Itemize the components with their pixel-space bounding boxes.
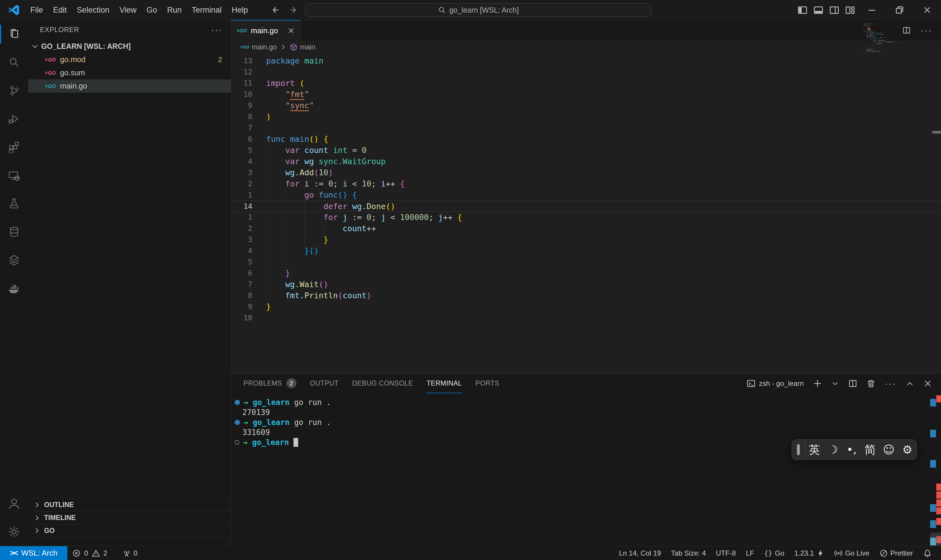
overview-error-mark [936,518,941,525]
tab-main-go[interactable]: GO main.go [231,20,301,41]
code-text: for j := 0; j < 100000; j++ { [252,212,462,223]
activity-accounts[interactable] [0,489,28,518]
panel-tab-debug-console[interactable]: DEBUG CONSOLE [352,374,413,393]
terminal-profile-dropdown-icon[interactable] [831,380,839,387]
code-text: } [252,301,271,312]
toggle-secondary-sidebar-icon[interactable] [826,0,842,20]
section-go[interactable]: GO [28,524,231,537]
code-text [252,257,266,268]
restore-button[interactable] [886,0,913,20]
terminal-line: 331609 [235,427,941,437]
menu-selection[interactable]: Selection [72,2,114,18]
ime-halfwidth-moon[interactable]: ☽ [824,443,842,456]
panel-tab-ports[interactable]: PORTS [475,374,499,393]
status-language-mode[interactable]: {}Go [759,546,789,560]
status-prettier[interactable]: Prettier [875,546,918,560]
ports-status[interactable]: 0 [118,546,142,560]
activity-remote-explorer[interactable] [0,161,28,189]
ime-simplified-chinese[interactable]: 简 [861,442,879,457]
activity-explorer[interactable] [0,20,28,48]
activity-bar [0,20,28,546]
command-success-decoration [235,400,240,405]
section-outline[interactable]: OUTLINE [28,498,231,511]
menu-help[interactable]: Help [227,2,253,18]
status-label: Ln 14, Col 19 [619,549,661,557]
toggle-panel-icon[interactable] [810,0,826,20]
status-go-version[interactable]: 1.23.1 [789,546,829,560]
status-go-live[interactable]: Go Live [829,546,875,560]
breadcrumb-item-main.go[interactable]: GOmain.go [240,43,277,51]
maximize-panel-icon[interactable] [906,379,914,388]
ime-settings[interactable]: ⚙ [898,443,916,456]
remote-indicator[interactable]: >< WSL: Arch [0,546,67,560]
overview-error-mark [936,395,941,402]
activity-extensions[interactable] [0,133,28,161]
status-encoding[interactable]: UTF-8 [711,546,741,560]
activity-layers[interactable] [0,246,28,274]
status-indentation[interactable]: Tab Size: 4 [666,546,711,560]
command-center-search[interactable]: go_learn [WSL: Arch] [305,3,652,17]
go-file-icon: GO [237,27,247,34]
menu-view[interactable]: View [114,2,141,18]
menu-go[interactable]: Go [141,2,162,18]
kill-terminal-icon[interactable] [867,379,875,388]
db-icon [8,226,20,238]
file-go-mod[interactable]: GOgo.mod2 [28,53,231,66]
section-timeline[interactable]: TIMELINE [28,511,231,524]
split-terminal-icon[interactable] [848,379,857,388]
minimize-button[interactable] [858,0,886,20]
ime-drag-handle[interactable] [797,444,800,455]
workspace-root-folder[interactable]: GO_LEARN [WSL: ARCH] [28,39,231,53]
file-main-go[interactable]: GOmain.go [28,79,231,93]
code-text [252,312,266,323]
tab-close-icon[interactable] [287,27,295,34]
terminal-more-actions-icon[interactable]: ··· [885,378,896,389]
status-cursor-position[interactable]: Ln 14, Col 19 [614,546,666,560]
activity-source-control[interactable] [0,77,28,105]
panel-tab-terminal[interactable]: TERMINAL [427,374,462,393]
line-number: 6 [231,134,252,145]
svg-text:GO: GO [48,70,55,76]
activity-docker[interactable] [0,274,28,302]
back-arrow-icon[interactable] [271,6,279,14]
menu-file[interactable]: File [25,2,48,18]
ext-icon [8,141,20,153]
breadcrumb[interactable]: GOmain.gomain [231,41,941,54]
ime-punctuation[interactable]: •, [842,443,861,456]
terminal-instance[interactable]: zsh - go_learn [747,379,804,388]
minimap[interactable]: package mainimport ( "fmt" "sync")func m… [863,23,937,54]
status-eol[interactable]: LF [741,546,759,560]
activity-database[interactable] [0,218,28,246]
menu-terminal[interactable]: Terminal [187,2,227,18]
code-text: } [252,234,328,245]
ime-english-mode[interactable]: 英 [805,442,824,457]
menu-run[interactable]: Run [162,2,187,18]
file-go-sum[interactable]: GOgo.sum [28,66,231,79]
line-number: 4 [231,156,252,167]
forward-arrow-icon[interactable] [289,6,298,14]
breadcrumb-item-main[interactable]: main [290,43,315,51]
ime-toolbar[interactable]: 英☽•,简☺⚙ [792,439,917,460]
status-notifications[interactable] [918,546,937,560]
code-line: 1 go func() { [231,189,941,201]
panel-tab-problems[interactable]: PROBLEMS2 [243,374,297,393]
menu-edit[interactable]: Edit [48,2,72,18]
new-terminal-icon[interactable] [813,379,822,388]
code-text: import ( [252,78,304,89]
activity-settings[interactable] [0,518,28,546]
overview-command-mark [930,504,936,512]
indent-guide [266,145,266,301]
toggle-sidebar-icon[interactable] [795,0,810,20]
ime-emoji[interactable]: ☺ [879,443,898,456]
activity-run-and-debug[interactable] [0,105,28,133]
close-panel-icon[interactable] [923,379,932,388]
panel-tab-output[interactable]: OUTPUT [310,374,339,393]
problems-status[interactable]: 0 2 [67,546,112,560]
activity-testing[interactable] [0,189,28,218]
close-window-button[interactable] [913,0,941,20]
activity-search[interactable] [0,48,28,77]
code-text: func main() { [252,134,328,145]
customize-layout-icon[interactable] [842,0,858,20]
editor-tab-bar: GO main.go ··· [231,20,941,41]
explorer-more-actions-icon[interactable]: ··· [211,25,223,35]
